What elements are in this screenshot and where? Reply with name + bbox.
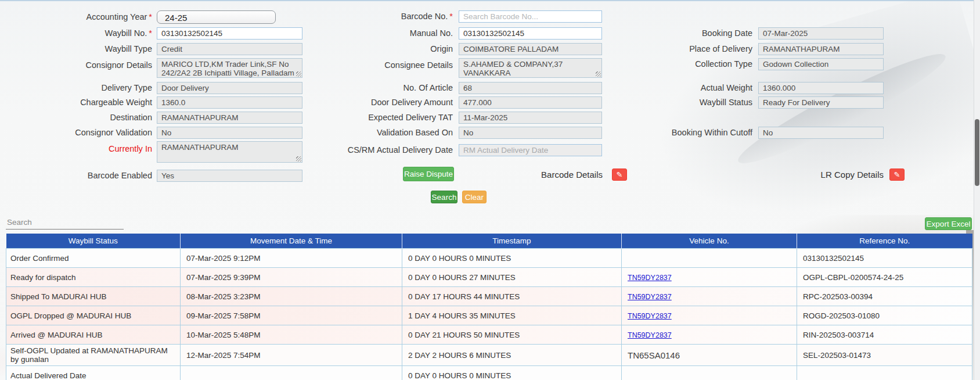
booking-date-label: Booking Date (615, 27, 752, 40)
table-row: Order Confirmed07-Mar-2025 9:12PM0 DAY 0… (6, 249, 972, 268)
reference-cell: RIN-202503-003714 (797, 325, 972, 345)
manual-no-label: Manual No. (290, 27, 453, 40)
delivery-type-field (157, 82, 302, 94)
raise-dispute-button[interactable]: Raise Dispute (403, 167, 454, 181)
expected-delivery-tat-field (459, 112, 602, 124)
table-header-row: Waybill StatusMovement Date & TimeTimest… (6, 234, 972, 249)
vehicle-cell (622, 249, 797, 268)
vehicle-cell (622, 366, 797, 380)
delivery-type-label: Delivery Type (0, 82, 152, 94)
movement-cell (181, 366, 402, 380)
door-delivery-amount-label: Door Delivery Amount (290, 96, 453, 109)
consignor-validation-field (157, 127, 302, 139)
status-cell: Self-OGPL Updated at RAMANATHAPURAM by g… (6, 345, 181, 366)
validation-based-on-label: Validation Based On (290, 127, 453, 139)
vehicle-link[interactable]: TN59DY2837 (628, 331, 672, 339)
waybill-tracking-page: Accounting Year* 24-25 Waybill No.* Wayb… (0, 0, 980, 380)
status-cell: Actual Delivered Date (6, 366, 181, 380)
vertical-scrollbar-thumb[interactable] (975, 119, 979, 186)
status-cell: Arrived @ MADURAI HUB (6, 325, 181, 345)
lr-copy-details-label: LR Copy Details (779, 170, 884, 180)
origin-field (459, 43, 602, 55)
validation-based-on-field (459, 127, 602, 139)
place-of-delivery-label: Place of Delivery (615, 43, 752, 55)
vehicle-cell: TN59DY2837 (622, 268, 797, 287)
movement-cell: 12-Mar-2025 7:54PM (181, 345, 402, 366)
collection-type-field (758, 58, 884, 70)
movement-cell: 10-Mar-2025 5:48PM (181, 325, 402, 345)
timestamp-cell: 0 DAY 21 HOURS 50 MINUTES (402, 325, 622, 345)
consignor-details-textarea: MARICO LTD,KM Trader Link,SF No 242/2A2 … (157, 58, 302, 78)
waybill-type-field (157, 43, 302, 55)
reference-cell: SEL-202503-01473 (797, 345, 972, 366)
movement-cell: 08-Mar-2025 3:23PM (181, 287, 402, 306)
status-cell: Shipped To MADURAI HUB (6, 287, 181, 306)
booking-within-cutoff-label: Booking Within Cutoff (615, 127, 752, 139)
search-button[interactable]: Search (431, 191, 457, 203)
no-of-article-label: No. Of Article (290, 82, 453, 94)
lr-copy-details-edit-button[interactable]: ✎ (889, 169, 905, 181)
place-of-delivery-field (758, 43, 884, 55)
currently-in-label: Currently In (0, 143, 152, 155)
table-row: OGPL Dropped @ MADURAI HUB09-Mar-2025 7:… (6, 306, 972, 325)
vehicle-cell: TN59DY2837 (622, 325, 797, 345)
barcode-enabled-label: Barcode Enabled (0, 170, 152, 182)
status-cell: Ready for dispatch (6, 268, 181, 287)
destination-label: Destination (0, 112, 152, 124)
export-excel-button[interactable]: Export Excel (925, 217, 972, 230)
reference-cell: 03130132502145 (797, 249, 972, 268)
status-cell: Order Confirmed (6, 249, 181, 268)
waybill-no-label: Waybill No.* (0, 27, 152, 40)
timestamp-cell: 2 DAY 2 HOURS 6 MINUTES (402, 345, 622, 366)
reference-cell: RPC-202503-00394 (797, 287, 972, 306)
movement-cell: 07-Mar-2025 9:39PM (181, 268, 402, 287)
timestamp-cell: 1 DAY 4 HOURS 35 MINUTES (402, 306, 622, 325)
top-divider (0, 0, 980, 1)
waybill-no-input[interactable] (157, 27, 302, 40)
reference-cell (797, 366, 972, 380)
origin-label: Origin (290, 43, 453, 55)
table-row: Ready for dispatch07-Mar-2025 9:39PM0 DA… (6, 268, 972, 287)
table-row: Self-OGPL Updated at RAMANATHAPURAM by g… (6, 345, 972, 366)
expected-delivery-tat-label: Expected Delivery TAT (290, 112, 453, 124)
timestamp-cell: 0 DAY 17 HOURS 44 MINUTES (402, 287, 622, 306)
column-header[interactable]: Timestamp (402, 234, 622, 249)
vehicle-link[interactable]: TN59DY2837 (628, 312, 672, 320)
barcode-details-edit-button[interactable]: ✎ (612, 169, 627, 181)
column-header[interactable]: Reference No. (797, 234, 972, 249)
vehicle-cell: TN59DY2837 (622, 287, 797, 306)
column-header[interactable]: Movement Date & Time (181, 234, 402, 249)
edit-icon: ✎ (894, 170, 900, 179)
cs-rm-actual-delivery-date-input (459, 144, 602, 156)
timestamp-cell: 0 DAY 0 HOURS 27 MINUTES (402, 268, 622, 287)
chargeable-weight-field (157, 96, 302, 109)
actual-weight-label: Actual Weight (615, 82, 752, 94)
clear-button[interactable]: Clear (462, 191, 487, 203)
booking-within-cutoff-field (758, 127, 884, 139)
vehicle-link[interactable]: TN59DY2837 (628, 293, 672, 301)
reference-cell: ROGD-202503-01080 (797, 306, 972, 325)
accounting-year-select[interactable]: 24-25 (157, 10, 276, 24)
cs-rm-actual-delivery-date-label: CS/RM Actual Delivery Date (290, 144, 453, 156)
status-cell: OGPL Dropped @ MADURAI HUB (6, 306, 181, 325)
vehicle-link[interactable]: TN59DY2837 (628, 274, 672, 282)
waybill-status-label: Waybill Status (615, 96, 752, 109)
barcode-no-label: Barcode No.* (290, 10, 453, 23)
table-row: Arrived @ MADURAI HUB10-Mar-2025 5:48PM0… (6, 325, 972, 345)
destination-field (157, 112, 302, 124)
table-search-input[interactable] (6, 216, 124, 230)
column-header[interactable]: Waybill Status (6, 234, 181, 249)
chargeable-weight-label: Chargeable Weight (0, 96, 152, 109)
booking-date-field (758, 27, 884, 40)
consignee-details-label: Consignee Details (290, 59, 453, 71)
vertical-scrollbar-track[interactable] (974, 0, 980, 380)
table-row: Actual Delivered Date0 DAY 0 HOURS 0 MIN… (6, 366, 972, 380)
vehicle-cell: TN65SA0146 (622, 345, 797, 366)
collection-type-label: Collection Type (615, 58, 752, 70)
barcode-no-input[interactable] (459, 10, 602, 23)
column-header[interactable]: Vehicle No. (622, 234, 797, 249)
manual-no-input[interactable] (459, 27, 602, 40)
movement-cell: 07-Mar-2025 9:12PM (181, 249, 402, 268)
waybill-type-label: Waybill Type (0, 43, 152, 55)
waybill-status-field (758, 96, 884, 109)
